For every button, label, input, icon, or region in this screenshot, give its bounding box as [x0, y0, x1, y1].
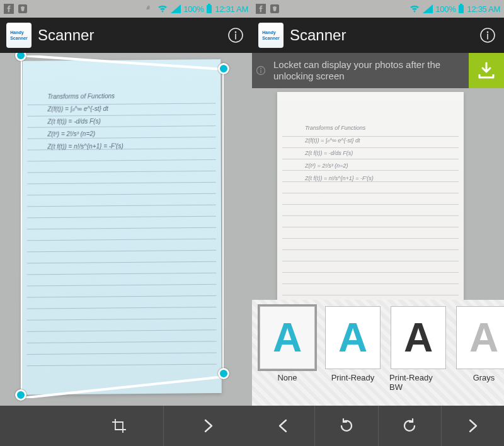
filter-label: Print-Ready [331, 373, 375, 382]
action-bar: Handy Scanner Scanner [252, 18, 504, 53]
svg-point-10 [414, 11, 416, 13]
phone-right: 100% 12:35 AM Handy Scanner Scanner Lock… [252, 0, 504, 446]
svg-rect-4 [208, 4, 210, 5]
svg-point-16 [260, 68, 261, 69]
battery-icon [206, 4, 212, 14]
clock: 12:35 AM [467, 4, 500, 14]
filter-option-print-ready-bw[interactable]: APrint-Ready BW [389, 306, 447, 392]
filter-label: Grays [473, 373, 495, 382]
svg-rect-12 [460, 4, 462, 5]
vibrate-icon [144, 4, 154, 14]
promo-banner[interactable]: Locket can display your photos after the… [252, 53, 504, 88]
wifi-icon [409, 4, 420, 13]
filter-strip[interactable]: ANoneAPrint-ReadyAPrint-Ready BWAGrays [252, 300, 504, 406]
signal-icon [171, 4, 181, 13]
clock: 12:31 AM [215, 4, 248, 14]
next-button[interactable] [442, 406, 504, 446]
info-icon [252, 66, 270, 76]
filter-option-grays[interactable]: AGrays [455, 306, 504, 382]
scanned-page: Transforms of FunctionsZ(f(t)) = ∫₀^∞ e^… [277, 92, 464, 300]
filter-label: None [277, 373, 297, 382]
svg-rect-3 [207, 5, 212, 13]
svg-point-14 [487, 31, 489, 33]
status-bar: 100% 12:35 AM [252, 0, 504, 18]
battery-percent: 100% [183, 4, 203, 14]
filter-glyph: A [325, 306, 381, 369]
next-button[interactable] [164, 406, 252, 446]
app-title: Scanner [290, 26, 471, 44]
signal-icon [423, 4, 433, 13]
action-bar: Handy Scanner Scanner [0, 18, 252, 53]
evernote-icon [18, 4, 28, 14]
crop-button[interactable] [75, 406, 163, 446]
preview-canvas: Locket can display your photos after the… [252, 53, 504, 300]
app-icon[interactable]: Handy Scanner [6, 23, 32, 48]
info-button[interactable] [478, 25, 498, 45]
filter-option-none[interactable]: ANone [258, 306, 316, 382]
back-button[interactable] [252, 406, 314, 446]
toolbar [252, 406, 504, 446]
download-button[interactable] [469, 53, 504, 88]
rotate-ccw-button[interactable] [315, 406, 377, 446]
filter-glyph: A [260, 306, 315, 369]
facebook-icon [256, 4, 266, 14]
battery-percent: 100% [435, 4, 455, 14]
filter-option-print-ready[interactable]: APrint-Ready [324, 306, 382, 382]
app-title: Scanner [38, 26, 219, 44]
svg-rect-11 [459, 5, 464, 13]
toolbar [0, 406, 252, 446]
evernote-icon [270, 4, 280, 14]
svg-point-2 [162, 11, 164, 13]
rotate-cw-button[interactable] [379, 406, 441, 446]
info-button[interactable] [226, 25, 246, 45]
battery-icon [458, 4, 464, 14]
facebook-icon [4, 4, 14, 14]
app-icon[interactable]: Handy Scanner [258, 23, 284, 48]
crop-handle-tl[interactable] [15, 53, 26, 61]
phone-left: 100% 12:31 AM Handy Scanner Scanner Tran… [0, 0, 252, 446]
filter-label: Print-Ready BW [389, 373, 447, 392]
scanned-page: Transforms of FunctionsZ(f(t)) = ∫₀^∞ e^… [21, 59, 222, 395]
svg-point-6 [235, 31, 237, 33]
status-bar: 100% 12:31 AM [0, 0, 252, 18]
filter-glyph: A [456, 306, 504, 369]
wifi-icon [157, 4, 168, 13]
filter-glyph: A [391, 306, 446, 369]
crop-canvas[interactable]: Transforms of FunctionsZ(f(t)) = ∫₀^∞ e^… [0, 53, 252, 406]
banner-text: Locket can display your photos after the… [270, 57, 469, 84]
